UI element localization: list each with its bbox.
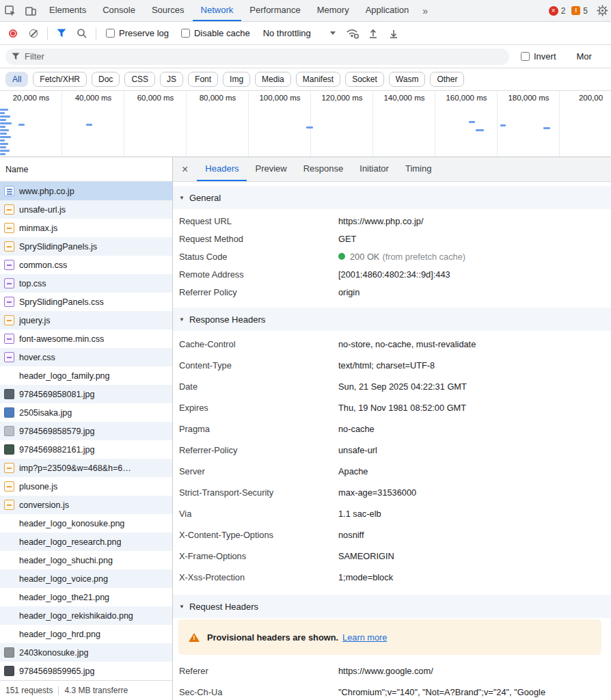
- request-row[interactable]: top.css: [0, 274, 172, 293]
- request-row[interactable]: www.php.co.jp: [0, 182, 172, 200]
- request-row[interactable]: common.css: [0, 256, 172, 274]
- type-filter-chip[interactable]: JS: [160, 72, 183, 87]
- timeline-overview[interactable]: 20,000 ms 40,000 ms 60,000 ms 80,000 ms …: [0, 91, 611, 157]
- request-row[interactable]: header_logo_family.png: [0, 366, 172, 385]
- import-har-button[interactable]: [363, 25, 383, 42]
- details-tab[interactable]: Response: [295, 157, 352, 181]
- throttling-select[interactable]: No throttling: [263, 28, 336, 38]
- header-row: Remote Address [2001:4860:4802:34::9d]:4…: [173, 265, 611, 283]
- request-row[interactable]: plusone.js: [0, 477, 172, 496]
- type-filter-chip[interactable]: Manifest: [296, 72, 340, 87]
- record-button[interactable]: [3, 25, 23, 42]
- header-value-text: Sun, 21 Sep 2025 04:22:31 GMT: [338, 381, 467, 392]
- type-filter-chip[interactable]: Fetch/XHR: [33, 72, 87, 87]
- response-headers-section-header[interactable]: ▼ Response Headers: [173, 308, 611, 331]
- request-row[interactable]: 9784569859965.jpg: [0, 662, 172, 680]
- request-row[interactable]: header_logo_the21.png: [0, 588, 172, 606]
- file-type-icon: [4, 241, 14, 252]
- header-value: 1.1 sac-elb: [338, 509, 605, 519]
- type-filter-chip[interactable]: Font: [188, 72, 218, 87]
- filter-input[interactable]: [25, 51, 503, 62]
- request-row[interactable]: minmax.js: [0, 219, 172, 237]
- request-row[interactable]: header_logo_shuchi.png: [0, 551, 172, 569]
- invert-checkbox[interactable]: Invert: [521, 51, 556, 62]
- network-conditions-button[interactable]: [342, 25, 363, 42]
- request-row[interactable]: 9784569882161.jpg: [0, 440, 172, 459]
- details-tab[interactable]: Headers: [197, 157, 247, 181]
- type-filter-chip[interactable]: Img: [223, 72, 250, 87]
- inspect-element-button[interactable]: [0, 0, 21, 21]
- header-name: Server: [179, 466, 338, 476]
- header-value-text: nosniff: [338, 530, 364, 540]
- request-name: 9784569858081.jpg: [19, 390, 95, 399]
- filter-toggle-button[interactable]: [51, 25, 72, 42]
- header-row: Referrer-Policy unsafe-url: [173, 440, 611, 461]
- details-tab[interactable]: Preview: [247, 157, 295, 181]
- issues-icon[interactable]: !: [571, 6, 580, 15]
- file-type-icon: [4, 223, 14, 233]
- request-row[interactable]: header_logo_rekishikaido.png: [0, 606, 172, 625]
- request-row[interactable]: font-awesome.min.css: [0, 329, 172, 348]
- request-row[interactable]: header_logo_konosuke.png: [0, 514, 172, 533]
- header-value-suffix: (from prefetch cache): [382, 252, 465, 262]
- devtools-tab[interactable]: Console: [94, 0, 144, 21]
- type-filter-chip[interactable]: Other: [430, 72, 464, 87]
- request-row[interactable]: unsafe-url.js: [0, 200, 172, 219]
- close-details-button[interactable]: ×: [173, 157, 197, 181]
- devtools-tab[interactable]: Application: [357, 0, 418, 21]
- header-row: Referer https://www.google.com/: [173, 660, 611, 682]
- header-name: Pragma: [179, 424, 338, 434]
- header-name: Sec-Ch-Ua: [179, 687, 338, 697]
- learn-more-link[interactable]: Learn more: [342, 632, 387, 643]
- name-column-header[interactable]: Name: [0, 157, 172, 182]
- devtools-tab[interactable]: Performance: [241, 0, 308, 21]
- search-button[interactable]: [72, 25, 92, 42]
- devtools-tab[interactable]: Sources: [144, 0, 193, 21]
- details-tabs: Headers Preview Response Initiator Timin…: [197, 157, 439, 181]
- type-filter-chip[interactable]: All: [5, 72, 28, 87]
- request-row[interactable]: SprySlidingPanels.js: [0, 237, 172, 256]
- request-row[interactable]: jquery.js: [0, 311, 172, 329]
- devtools-tab[interactable]: Elements: [41, 0, 94, 21]
- request-headers-section-header[interactable]: ▼ Request Headers: [173, 595, 611, 618]
- more-tabs-button[interactable]: »: [417, 0, 433, 21]
- details-tab[interactable]: Initiator: [351, 157, 397, 181]
- device-toolbar-button[interactable]: [21, 0, 41, 21]
- more-filters-label[interactable]: Mor: [577, 51, 592, 62]
- request-row[interactable]: header_logo_voice.png: [0, 569, 172, 588]
- error-count: 2: [561, 6, 566, 16]
- type-filter-chip[interactable]: Media: [255, 72, 291, 87]
- request-row[interactable]: 2403konosuke.jpg: [0, 643, 172, 662]
- devtools-tab[interactable]: Network: [193, 0, 242, 21]
- request-row[interactable]: imp?p=23509&w=468&h=6…: [0, 459, 172, 477]
- request-row[interactable]: header_logo_hrd.png: [0, 625, 172, 643]
- waterfall-bar: [0, 122, 12, 124]
- request-row[interactable]: 2505isaka.jpg: [0, 403, 172, 422]
- request-row[interactable]: 9784569858081.jpg: [0, 385, 172, 403]
- waterfall-bar: [0, 139, 5, 142]
- request-count: 151 requests: [5, 686, 53, 695]
- request-row[interactable]: conversion.js: [0, 496, 172, 514]
- close-icon: ×: [182, 163, 188, 176]
- error-icon[interactable]: ×: [549, 6, 558, 16]
- type-filter-chip[interactable]: Doc: [92, 72, 120, 87]
- details-tab[interactable]: Timing: [397, 157, 440, 181]
- header-value-text: [2001:4860:4802:34::9d]:443: [338, 269, 450, 280]
- request-row[interactable]: 9784569858579.jpg: [0, 422, 172, 440]
- type-filter-chip[interactable]: Wasm: [389, 72, 426, 87]
- type-filter-chip[interactable]: CSS: [124, 72, 155, 87]
- export-har-button[interactable]: [383, 25, 404, 42]
- request-row[interactable]: hover.css: [0, 348, 172, 366]
- preserve-log-checkbox[interactable]: Preserve log: [106, 28, 169, 38]
- file-type-icon: [4, 610, 14, 621]
- clear-button[interactable]: [23, 25, 44, 42]
- request-row[interactable]: header_logo_research.png: [0, 533, 172, 551]
- request-row[interactable]: SprySlidingPanels.css: [0, 293, 172, 311]
- devtools-tab[interactable]: Memory: [309, 0, 357, 21]
- general-section-header[interactable]: ▼ General: [173, 186, 611, 209]
- type-filter-chip[interactable]: Socket: [345, 72, 384, 87]
- header-row: Sec-Ch-Ua "Chromium";v="140", "Not=A?Bra…: [173, 682, 611, 700]
- settings-button[interactable]: [594, 0, 611, 21]
- header-value-text: origin: [338, 287, 359, 297]
- disable-cache-checkbox[interactable]: Disable cache: [181, 28, 250, 38]
